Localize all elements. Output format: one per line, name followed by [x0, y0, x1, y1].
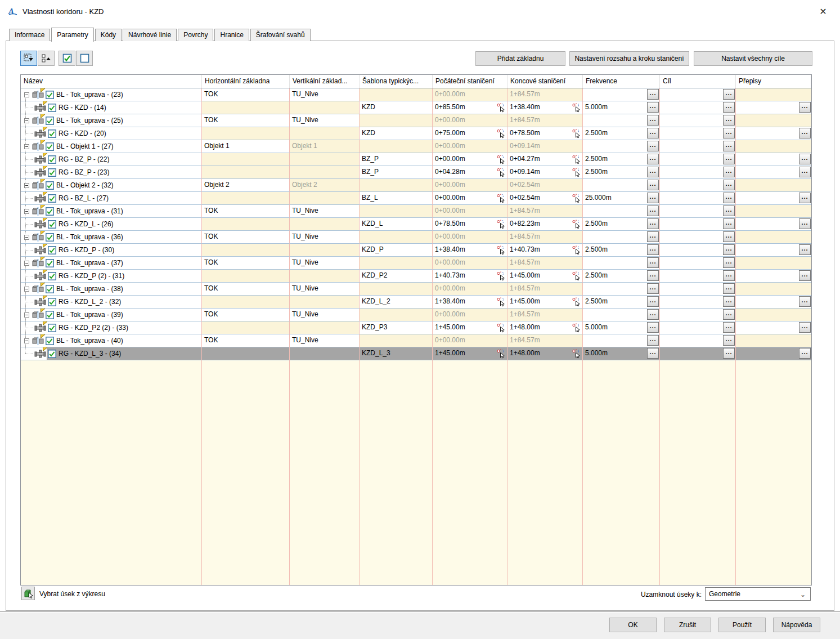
column-header-9[interactable]: Přepisy: [736, 75, 811, 88]
ellipsis-button[interactable]: ...: [723, 348, 735, 359]
frequency-cell[interactable]: 5.000m...: [583, 101, 660, 114]
station-picker-icon[interactable]: [572, 245, 581, 255]
station-picker-icon[interactable]: [572, 168, 581, 177]
ellipsis-button[interactable]: ...: [723, 244, 735, 255]
column-header-3[interactable]: Vertikální základ...: [290, 75, 360, 88]
end-station-cell[interactable]: 0+04.27m: [507, 153, 583, 166]
frequency-cell[interactable]: ...: [583, 334, 660, 347]
ellipsis-button[interactable]: ...: [647, 270, 659, 281]
row-checkbox[interactable]: [46, 259, 54, 267]
row-checkbox[interactable]: [48, 168, 56, 177]
column-header-7[interactable]: Frekvence: [583, 75, 660, 88]
ellipsis-button[interactable]: ...: [723, 141, 735, 151]
column-header-6[interactable]: Koncové staničení: [507, 75, 583, 88]
station-picker-icon[interactable]: [496, 271, 506, 281]
table-row[interactable]: RG - KZD - (14)KZD0+85.50m1+38.40m5.000m…: [21, 101, 811, 114]
table-row[interactable]: RG - BZ_P - (22)BZ_P0+00.00m0+04.27m2.50…: [21, 153, 811, 166]
horizontal-baseline-cell[interactable]: TOK: [202, 283, 290, 296]
row-checkbox[interactable]: [48, 155, 56, 164]
target-cell[interactable]: ...: [660, 321, 736, 334]
frequency-cell[interactable]: 2.500m...: [583, 296, 660, 309]
vertical-baseline-cell[interactable]: TU_Nive: [290, 205, 360, 218]
end-station-cell[interactable]: 0+82.23m: [507, 218, 583, 231]
ellipsis-button[interactable]: ...: [647, 141, 659, 151]
horizontal-baseline-cell[interactable]: TOK: [202, 334, 290, 347]
set-station-range-button[interactable]: Nastavení rozsahu a kroku staničení: [569, 51, 689, 66]
vertical-baseline-cell[interactable]: TU_Nive: [290, 257, 360, 270]
assembly-template-cell[interactable]: KZD_L_3: [360, 347, 433, 360]
row-checkbox[interactable]: [48, 246, 56, 254]
ellipsis-button[interactable]: ...: [723, 180, 735, 190]
station-picker-icon[interactable]: [496, 155, 506, 164]
ellipsis-button[interactable]: ...: [647, 193, 659, 203]
ellipsis-button[interactable]: ...: [723, 102, 735, 113]
ellipsis-button[interactable]: ...: [799, 296, 811, 307]
end-station-cell[interactable]: 0+02.54m: [507, 192, 583, 205]
frequency-cell[interactable]: ...: [583, 309, 660, 321]
ellipsis-button[interactable]: ...: [647, 89, 659, 100]
frequency-cell[interactable]: 2.500m...: [583, 244, 660, 257]
tab-srafovani-svahu[interactable]: Šrafování svahů: [250, 29, 311, 41]
table-row[interactable]: RG - KZD_P (2) - (31)KZD_P21+40.73m1+45.…: [21, 270, 811, 283]
ellipsis-button[interactable]: ...: [647, 335, 659, 346]
column-header-4[interactable]: Šablona typickýc...: [360, 75, 433, 88]
vertical-baseline-cell[interactable]: TU_Nive: [290, 114, 360, 127]
help-button[interactable]: Nápověda: [773, 618, 820, 632]
horizontal-baseline-cell[interactable]: Objekt 1: [202, 140, 290, 153]
start-station-cell[interactable]: 1+38.40m: [433, 296, 507, 309]
table-row[interactable]: BL - Tok_uprava - (38)TOKTU_Nive0+00.00m…: [21, 283, 811, 296]
cancel-button[interactable]: Zrušit: [664, 618, 711, 632]
assembly-template-cell[interactable]: KZD: [360, 127, 433, 140]
ellipsis-button[interactable]: ...: [647, 348, 659, 359]
overrides-cell[interactable]: ...: [736, 153, 811, 166]
assembly-template-cell[interactable]: BZ_P: [360, 166, 433, 179]
ellipsis-button[interactable]: ...: [647, 231, 659, 242]
table-row[interactable]: RG - KZD_L_2 - (32)KZD_L_21+38.40m1+45.0…: [21, 296, 811, 309]
target-cell[interactable]: ...: [660, 347, 736, 360]
row-checkbox[interactable]: [48, 272, 56, 280]
vertical-baseline-cell[interactable]: Objekt 1: [290, 140, 360, 153]
ellipsis-button[interactable]: ...: [647, 244, 659, 255]
tab-navrhove-linie[interactable]: Návrhové linie: [123, 29, 177, 41]
overrides-cell[interactable]: ...: [736, 296, 811, 309]
table-row[interactable]: BL - Tok_uprava - (23)TOKTU_Nive0+00.00m…: [21, 88, 811, 101]
ellipsis-button[interactable]: ...: [723, 193, 735, 203]
column-header-1[interactable]: Název: [21, 75, 202, 88]
horizontal-baseline-cell[interactable]: TOK: [202, 114, 290, 127]
tree-collapse-button[interactable]: [24, 235, 29, 240]
ellipsis-button[interactable]: ...: [723, 322, 735, 333]
ellipsis-button[interactable]: ...: [647, 102, 659, 113]
row-checkbox[interactable]: [46, 181, 54, 190]
collapse-all-categories-button[interactable]: [38, 51, 55, 66]
target-cell[interactable]: ...: [660, 140, 736, 153]
ellipsis-button[interactable]: ...: [799, 244, 811, 255]
frequency-cell[interactable]: ...: [583, 140, 660, 153]
tree-collapse-button[interactable]: [24, 312, 29, 318]
station-picker-icon[interactable]: [496, 297, 506, 307]
row-checkbox[interactable]: [46, 142, 54, 151]
station-picker-icon[interactable]: [572, 349, 581, 359]
apply-button[interactable]: Použít: [718, 618, 766, 632]
frequency-cell[interactable]: 2.500m...: [583, 166, 660, 179]
frequency-cell[interactable]: 2.500m...: [583, 270, 660, 283]
horizontal-baseline-cell[interactable]: TOK: [202, 309, 290, 321]
target-cell[interactable]: ...: [660, 179, 736, 192]
tree-collapse-button[interactable]: [24, 209, 29, 214]
row-checkbox[interactable]: [48, 104, 56, 112]
ellipsis-button[interactable]: ...: [723, 154, 735, 164]
ellipsis-button[interactable]: ...: [647, 115, 659, 126]
tab-povrchy[interactable]: Povrchy: [178, 29, 213, 41]
target-cell[interactable]: ...: [660, 244, 736, 257]
ellipsis-button[interactable]: ...: [647, 218, 659, 229]
end-station-cell[interactable]: 0+09.14m: [507, 166, 583, 179]
ellipsis-button[interactable]: ...: [647, 296, 659, 307]
start-station-cell[interactable]: 0+78.50m: [433, 218, 507, 231]
target-cell[interactable]: ...: [660, 309, 736, 321]
start-station-cell[interactable]: 1+40.73m: [433, 270, 507, 283]
table-row[interactable]: RG - KZD_L - (26)KZD_L0+78.50m0+82.23m2.…: [21, 218, 811, 231]
ellipsis-button[interactable]: ...: [799, 167, 811, 177]
frequency-cell[interactable]: 5.000m...: [583, 321, 660, 334]
ellipsis-button[interactable]: ...: [723, 89, 735, 100]
table-row[interactable]: BL - Tok_uprava - (31)TOKTU_Nive0+00.00m…: [21, 205, 811, 218]
ellipsis-button[interactable]: ...: [647, 154, 659, 164]
